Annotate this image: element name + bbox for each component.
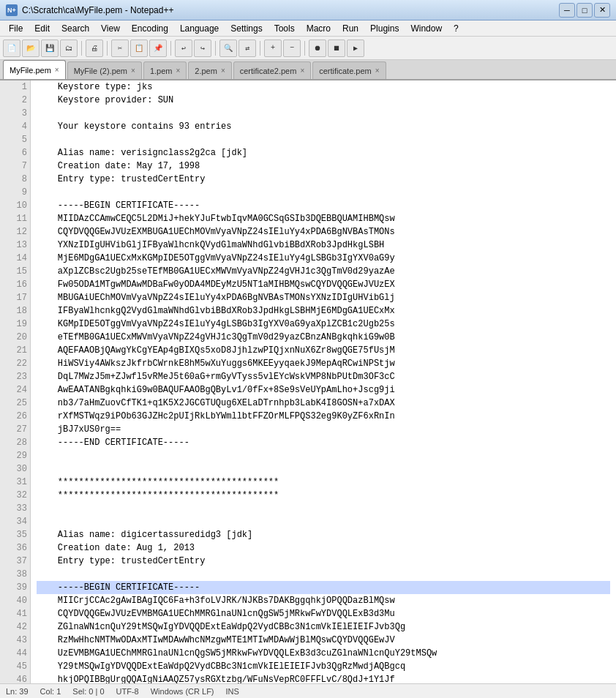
save-all-button[interactable]: 🗂 xyxy=(60,40,78,57)
line-number: 38 xyxy=(3,568,27,581)
line-number: 27 xyxy=(3,423,27,436)
macro-record-button[interactable]: ⏺ xyxy=(309,40,326,57)
tab-label: 2.pem xyxy=(195,67,217,75)
menu-item-search[interactable]: Search xyxy=(56,22,95,35)
line-number: 28 xyxy=(3,436,27,449)
code-line xyxy=(37,502,610,515)
code-line: IFByaWlhcnkgQ2VydGlmaWNhdGlvbiBBdXRob3Jp… xyxy=(37,304,610,318)
minimize-button[interactable]: ─ xyxy=(559,3,575,18)
tab-MyFile--2--pem[interactable]: MyFile (2).pem× xyxy=(67,61,142,79)
code-line: Alias name: digicertassuredidg3 [jdk] xyxy=(37,528,610,541)
close-button[interactable]: ✕ xyxy=(594,3,610,18)
zoom-out-button[interactable]: − xyxy=(283,40,301,57)
status-sel: Sel: 0 | 0 xyxy=(72,687,104,696)
code-line: MBUGAiUEChMOVmVyaVNpZ24sIEluYy4xPDA6BgNV… xyxy=(37,291,610,304)
tab-close-button[interactable]: × xyxy=(55,67,59,74)
tab-label: certificate2.pem xyxy=(240,67,297,75)
line-number: 2 xyxy=(3,94,27,107)
code-line xyxy=(37,449,610,462)
code-line: MIIDAzCCAmwCEQC5L2DMiJ+hekYJuFtwbIqvMA0G… xyxy=(37,212,610,225)
window-title: C:\Scratch\ca\MyFile.pem - Notepad++ xyxy=(22,5,555,15)
line-number: 8 xyxy=(3,173,27,186)
code-line: -----BEGIN CERTIFICATE----- xyxy=(37,581,610,594)
code-line: Keystore provider: SUN xyxy=(37,94,610,107)
line-number: 14 xyxy=(3,252,27,265)
replace-button[interactable]: ⇄ xyxy=(238,40,256,57)
menu-item-macro[interactable]: Macro xyxy=(301,22,337,35)
code-line: AwEAATANBgkqhkiG9w0BAQUFAAOBgQByLv1/0fFx… xyxy=(37,383,610,397)
line-number: 1 xyxy=(3,80,27,94)
line-numbers: 1234567891011121314151617181920212223242… xyxy=(0,80,31,697)
editor-container[interactable]: 1234567891011121314151617181920212223242… xyxy=(0,80,616,697)
menu-item-tools[interactable]: Tools xyxy=(268,22,301,35)
code-line: Alias name: verisignclass2g2ca [jdk] xyxy=(37,146,610,160)
tab-1-pem[interactable]: 1.pem× xyxy=(143,61,187,79)
tab-certificate2-pem[interactable]: certificate2.pem× xyxy=(233,61,312,79)
status-bar: Ln: 39 Col: 1 Sel: 0 | 0 UTF-8 Windows (… xyxy=(0,683,616,697)
line-number: 5 xyxy=(3,133,27,146)
menu-bar: FileEditSearchViewEncodingLanguageSettin… xyxy=(0,20,616,37)
menu-item-file[interactable]: File xyxy=(3,22,29,35)
tab-close-button[interactable]: × xyxy=(375,67,380,75)
code-line: ****************************************… xyxy=(37,476,610,489)
code-line: KGMpIDE5OTggVmVyaVNpZ24sIEluYy4gLSBGb3Ig… xyxy=(37,318,610,331)
window-controls[interactable]: ─ □ ✕ xyxy=(559,3,610,18)
menu-item-window[interactable]: Window xyxy=(405,22,448,35)
redo-button[interactable]: ↪ xyxy=(194,40,211,57)
code-line xyxy=(37,568,610,581)
macro-stop-button[interactable]: ⏹ xyxy=(328,40,345,57)
code-line: UzEVMBMGA1UEChMMRGlnaUNlcnQgSW5jMRkwFwYD… xyxy=(37,647,610,660)
new-button[interactable]: 📄 xyxy=(3,40,20,57)
line-number: 45 xyxy=(3,660,27,673)
code-line: Fw05ODA1MTgwMDAwMDBaFw0yODA4MDEyMzU5NT1a… xyxy=(37,278,610,291)
macro-play-button[interactable]: ▶ xyxy=(347,40,364,57)
menu-item-view[interactable]: View xyxy=(95,22,126,35)
tab-MyFile-pem[interactable]: MyFile.pem× xyxy=(3,60,66,79)
tab-close-button[interactable]: × xyxy=(176,67,180,75)
toolbar-separator-1 xyxy=(81,41,82,56)
menu-item-run[interactable]: Run xyxy=(337,22,364,35)
zoom-in-button[interactable]: + xyxy=(264,40,282,57)
code-line: HiWSViy4AWkszJkfrbCWrnkE8hM5wXuYuggs6MKE… xyxy=(37,357,610,370)
code-line: Entry type: trustedCertEntry xyxy=(37,555,610,568)
status-col: Col: 1 xyxy=(40,687,61,696)
tab-close-button[interactable]: × xyxy=(131,67,135,75)
code-area[interactable]: Keystore type: jks Keystore provider: SU… xyxy=(31,80,616,697)
line-number: 36 xyxy=(3,541,27,555)
code-line: ZGlnaWN1cnQuY29tMSQwIgYDVQQDExtEaWdpQ2Vy… xyxy=(37,620,610,634)
toolbar: 📄 📂 💾 🗂 🖨 ✂ 📋 📌 ↩ ↪ 🔍 ⇄ + − ⏺ ⏹ ▶ xyxy=(0,37,616,60)
tab-close-button[interactable]: × xyxy=(300,67,304,75)
line-number: 18 xyxy=(3,304,27,318)
undo-button[interactable]: ↩ xyxy=(175,40,192,57)
cut-button[interactable]: ✂ xyxy=(111,40,129,57)
line-number: 24 xyxy=(3,383,27,397)
print-button[interactable]: 🖨 xyxy=(86,40,103,57)
line-number: 15 xyxy=(3,265,27,278)
tab-close-button[interactable]: × xyxy=(221,67,225,75)
menu-item-?[interactable]: ? xyxy=(448,22,465,35)
open-button[interactable]: 📂 xyxy=(22,40,40,57)
line-number: 32 xyxy=(3,489,27,502)
menu-item-edit[interactable]: Edit xyxy=(29,22,56,35)
menu-item-plugins[interactable]: Plugins xyxy=(364,22,405,35)
copy-button[interactable]: 📋 xyxy=(130,40,148,57)
line-number: 9 xyxy=(3,186,27,199)
code-line: CQYDVQQGEwJVUzEVMBMGA1UEChMMRGlnaUNlcnQg… xyxy=(37,607,610,620)
line-number: 30 xyxy=(3,462,27,476)
status-ins: INS xyxy=(226,687,239,696)
save-button[interactable]: 💾 xyxy=(41,40,59,57)
menu-item-encoding[interactable]: Encoding xyxy=(126,22,174,35)
tab-certificate-pem[interactable]: certificate.pem× xyxy=(312,61,386,79)
toolbar-separator-3 xyxy=(170,41,171,56)
code-line: -----BEGIN CERTIFICATE----- xyxy=(37,199,610,212)
line-number: 13 xyxy=(3,239,27,252)
find-button[interactable]: 🔍 xyxy=(219,40,237,57)
paste-button[interactable]: 📌 xyxy=(149,40,167,57)
tab-2-pem[interactable]: 2.pem× xyxy=(188,61,231,79)
maximize-button[interactable]: □ xyxy=(576,3,593,18)
menu-item-settings[interactable]: Settings xyxy=(225,22,268,35)
menu-item-language[interactable]: Language xyxy=(174,22,225,35)
code-line: aXplZCBsc2Ugb25seTEfMB0GA1UECxMWVmVyaVNp… xyxy=(37,265,610,278)
line-number: 42 xyxy=(3,620,27,634)
line-number: 17 xyxy=(3,291,27,304)
